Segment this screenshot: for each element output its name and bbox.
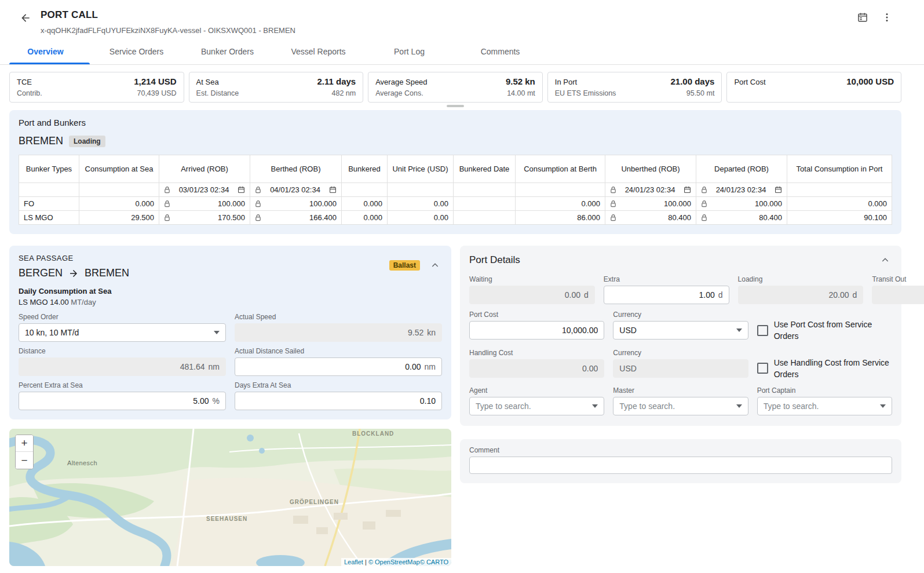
comment-input[interactable]: [469, 457, 892, 474]
use-port-cost-checkbox-row[interactable]: Use Port Cost from Service Orders: [757, 319, 892, 342]
sea-passage-collapse-button[interactable]: [428, 258, 442, 272]
speed-order-value: 10 kn, 10 MT/d: [25, 328, 210, 337]
cell-consumption-at-berth[interactable]: 0.000: [516, 197, 605, 211]
days-extra-field[interactable]: [235, 392, 442, 410]
lock-icon[interactable]: [164, 214, 170, 221]
percent-extra-group: Percent Extra at Sea %: [19, 381, 226, 410]
col-header-bunkered-date: Bunkered Date: [454, 155, 516, 183]
lock-icon[interactable]: [610, 214, 616, 221]
lock-icon[interactable]: [255, 214, 261, 221]
lock-icon[interactable]: [164, 200, 170, 207]
cell-departed-rob[interactable]: 80.400: [696, 211, 787, 225]
cell-unit-price[interactable]: 0.00: [388, 197, 454, 211]
currency-select[interactable]: USD: [613, 321, 748, 340]
departed-date-value[interactable]: 24/01/23 02:34: [710, 185, 772, 194]
unberthed-date-value[interactable]: 24/01/23 02:34: [619, 185, 681, 194]
loading-field: d: [738, 286, 864, 304]
calendar-icon[interactable]: [329, 186, 337, 194]
cell-berthed-rob[interactable]: 100.000: [250, 197, 342, 211]
cell-departed-rob[interactable]: 100.000: [696, 197, 787, 211]
lock-icon[interactable]: [255, 200, 261, 207]
cell-unit-price[interactable]: 0.00: [388, 211, 454, 225]
lock-icon[interactable]: [610, 200, 616, 207]
calendar-icon[interactable]: [684, 186, 691, 194]
cell-arrived-rob[interactable]: 100.000: [159, 197, 250, 211]
main-content: TCE1,214 USD Contrib.70,439 USD At Sea2.…: [9, 72, 901, 566]
port-name: BREMEN: [19, 135, 63, 147]
actual-distance-input[interactable]: [241, 362, 421, 371]
tab-port-log[interactable]: Port Log: [364, 39, 455, 64]
lock-icon[interactable]: [701, 214, 707, 221]
calendar-button[interactable]: [854, 9, 871, 25]
actual-distance-field[interactable]: nm: [235, 357, 442, 376]
cell-consumption-at-sea[interactable]: 29.500: [79, 211, 159, 225]
cell-arrived-rob[interactable]: 170.500: [159, 211, 250, 225]
master-combobox[interactable]: [613, 397, 748, 415]
kpi-row: TCE1,214 USD Contrib.70,439 USD At Sea2.…: [9, 72, 901, 103]
berthed-date-value[interactable]: 04/01/23 02:34: [264, 185, 327, 194]
agent-input[interactable]: [476, 402, 589, 411]
page-header: PORT CALL x-qqOHK2jfadFLFqUYUFEkziNX8Fuy…: [0, 0, 924, 35]
zoom-in-button[interactable]: +: [16, 435, 33, 452]
kpi-label: At Sea: [196, 78, 219, 86]
agent-combobox[interactable]: [469, 397, 604, 415]
lock-icon[interactable]: [610, 186, 616, 194]
lock-icon[interactable]: [164, 186, 170, 194]
extra-input[interactable]: [610, 290, 715, 300]
arrived-date-value[interactable]: 03/01/23 02:34: [173, 185, 235, 194]
port-details-section: Port Details Waiting d Extra: [460, 246, 901, 426]
calendar-icon[interactable]: [238, 186, 245, 194]
tab-comments[interactable]: Comments: [455, 39, 546, 64]
days-extra-input[interactable]: [241, 396, 436, 406]
handling-cost-group: Handling Cost: [469, 349, 604, 381]
leaflet-link[interactable]: Leaflet: [344, 559, 363, 565]
port-cost-field[interactable]: [469, 321, 604, 340]
cell-consumption-at-berth[interactable]: 86.000: [516, 211, 605, 225]
use-handling-cost-checkbox[interactable]: [757, 363, 768, 374]
actual-distance-label: Actual Distance Sailed: [235, 347, 442, 355]
port-details-title: Port Details: [469, 254, 520, 266]
cell-unberthed-rob[interactable]: 80.400: [605, 211, 696, 225]
master-input[interactable]: [619, 402, 732, 411]
route-map[interactable]: BLOCKLAND Altenesch GRÖPELINGEN SEEHAUSE…: [9, 429, 451, 566]
port-captain-input[interactable]: [764, 402, 876, 411]
back-button[interactable]: [17, 10, 34, 26]
tab-overview[interactable]: Overview: [0, 39, 91, 64]
cell-bunkered-date[interactable]: [454, 211, 516, 225]
kebab-menu-button[interactable]: [879, 9, 895, 25]
loading-unit: d: [853, 290, 857, 300]
cell-unberthed-rob[interactable]: 100.000: [605, 197, 696, 211]
lock-icon[interactable]: [701, 186, 707, 194]
panel-resize-handle[interactable]: [447, 105, 464, 107]
unberthed-date-field[interactable]: 24/01/23 02:34: [605, 183, 696, 197]
extra-field[interactable]: d: [604, 286, 729, 304]
cell-bunkered[interactable]: 0.000: [342, 211, 388, 225]
use-port-cost-checkbox[interactable]: [757, 325, 768, 336]
carto-link[interactable]: © CARTO: [420, 559, 448, 565]
speed-order-select[interactable]: 10 kn, 10 MT/d: [19, 323, 226, 342]
use-handling-cost-checkbox-row[interactable]: Use Handling Cost from Service Orders: [757, 357, 892, 381]
arrived-date-field[interactable]: 03/01/23 02:34: [159, 183, 250, 197]
departed-date-field[interactable]: 24/01/23 02:34: [696, 183, 787, 197]
cell-bunkered-date[interactable]: [454, 197, 516, 211]
tab-service-orders[interactable]: Service Orders: [91, 39, 182, 64]
waiting-group: Waiting d: [469, 275, 595, 304]
tab-vessel-reports[interactable]: Vessel Reports: [273, 39, 364, 64]
percent-extra-input[interactable]: [25, 396, 209, 406]
zoom-out-button[interactable]: −: [16, 452, 33, 469]
waiting-label: Waiting: [469, 275, 595, 283]
calendar-icon[interactable]: [775, 186, 782, 194]
berthed-date-field[interactable]: 04/01/23 02:34: [250, 183, 342, 197]
port-cost-input[interactable]: [476, 326, 598, 335]
tab-bunker-orders[interactable]: Bunker Orders: [182, 39, 273, 64]
cell-bunkered[interactable]: 0.000: [342, 197, 388, 211]
osm-link[interactable]: © OpenStreetMap: [368, 559, 420, 565]
cell-berthed-rob[interactable]: 166.400: [250, 211, 342, 225]
cell-consumption-at-sea[interactable]: 0.000: [79, 197, 159, 211]
port-captain-combobox[interactable]: [757, 397, 892, 415]
port-details-collapse-button[interactable]: [878, 253, 892, 267]
lock-icon[interactable]: [255, 186, 261, 194]
percent-extra-field[interactable]: %: [19, 392, 226, 410]
lock-icon[interactable]: [701, 200, 707, 207]
header-actions: [854, 9, 895, 25]
